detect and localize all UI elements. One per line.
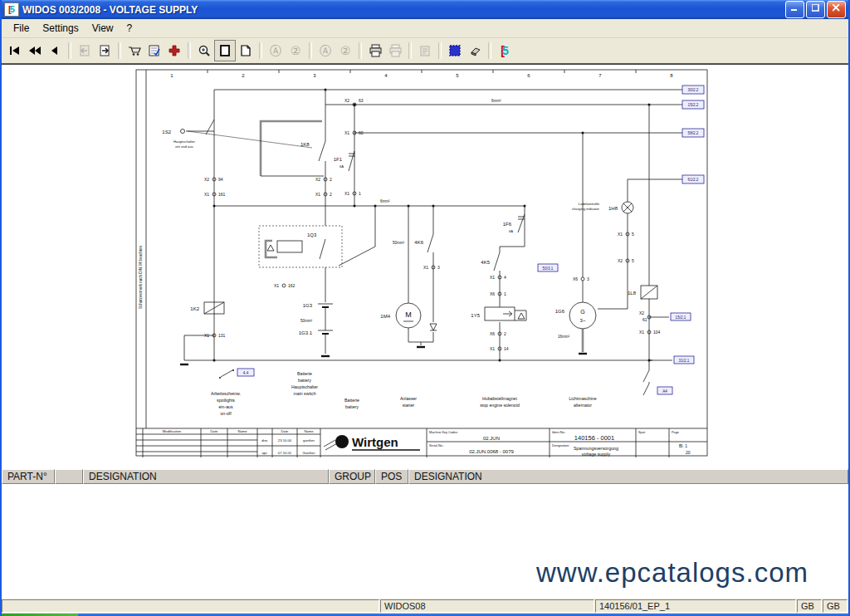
- page-view-icon[interactable]: [236, 41, 256, 61]
- add-icon[interactable]: [164, 41, 184, 61]
- fit-page-icon[interactable]: [214, 40, 236, 61]
- svg-text:15/2.2: 15/2.2: [688, 103, 699, 107]
- schematic-sheet[interactable]: 1 2 3 4 5 6 7 8 Schutzvermerk nach DIN 3…: [134, 68, 709, 457]
- eraser-icon[interactable]: [465, 41, 485, 61]
- svg-text:Hubabstellmagnet: Hubabstellmagnet: [482, 396, 517, 401]
- svg-text:1G3: 1G3: [303, 303, 313, 308]
- status-app: WIDOS08: [380, 599, 594, 613]
- svg-text:Page: Page: [672, 431, 679, 434]
- svg-text:50mm²: 50mm²: [393, 241, 405, 245]
- svg-text:Anlasser: Anlasser: [400, 396, 417, 401]
- app-icon: [5: [4, 2, 19, 17]
- svg-text:02.JUN: 02.JUN: [483, 436, 500, 441]
- zoom-text-a-icon[interactable]: Ⓐ: [266, 41, 286, 61]
- order-form-icon[interactable]: [144, 41, 164, 61]
- svg-text:Date: Date: [211, 429, 219, 433]
- find-2-icon[interactable]: ②: [335, 41, 355, 61]
- selection-icon[interactable]: [445, 41, 465, 61]
- component-1f1: 1F1 6A: [334, 151, 355, 171]
- title-block: Modification Date Name Date Name drw. 23…: [136, 428, 707, 457]
- toolbar-separator: [68, 42, 71, 59]
- svg-text:main switch: main switch: [293, 391, 315, 396]
- previous-icon[interactable]: [45, 41, 65, 61]
- status-message: [2, 599, 379, 613]
- notes-icon[interactable]: [415, 41, 435, 61]
- svg-text:8: 8: [670, 73, 673, 78]
- svg-text:Ladekontrolle: Ladekontrolle: [579, 202, 600, 206]
- find-a-icon[interactable]: Ⓐ: [315, 41, 335, 61]
- maximize-button[interactable]: [806, 1, 825, 18]
- svg-text:61/2.2: 61/2.2: [688, 178, 699, 182]
- svg-text:Designation:: Designation:: [552, 444, 569, 447]
- status-bar: WIDOS08 140156/01_EP_1 GB GB: [2, 599, 848, 614]
- print-icon[interactable]: [365, 41, 385, 61]
- svg-text:charging indicator: charging indicator: [572, 207, 600, 211]
- svg-text:104: 104: [653, 330, 661, 335]
- svg-text:50mm²: 50mm²: [300, 319, 313, 323]
- header-pos: POS: [375, 469, 408, 484]
- cart-icon[interactable]: [125, 41, 144, 61]
- svg-text:X6: X6: [490, 331, 495, 336]
- header-designation: DESIGNATION: [83, 469, 329, 484]
- menu-view[interactable]: View: [85, 21, 120, 36]
- svg-text:Serial-No.:: Serial-No.:: [429, 444, 444, 447]
- component-1y5-solenoid: 1Y5: [471, 307, 526, 320]
- svg-text:4K5: 4K5: [481, 260, 490, 265]
- svg-text:stop engine solenoid: stop engine solenoid: [480, 403, 520, 408]
- svg-text:X2: X2: [315, 177, 320, 182]
- zoom-text-2-icon[interactable]: ②: [286, 41, 305, 61]
- svg-text:2: 2: [330, 177, 332, 182]
- parts-list-area[interactable]: www.epcatalogs.com: [2, 484, 848, 599]
- svg-text:starter: starter: [403, 403, 415, 408]
- widos-logo-icon[interactable]: [5: [495, 41, 515, 61]
- svg-text:6: 6: [527, 73, 530, 78]
- svg-text:Hauptschalter: Hauptschalter: [173, 139, 195, 144]
- svg-text:4K6: 4K6: [414, 240, 423, 245]
- svg-text:16mm²: 16mm²: [558, 335, 570, 339]
- minimize-button[interactable]: [785, 1, 804, 18]
- close-button[interactable]: [827, 1, 846, 18]
- svg-text:Batterie: Batterie: [344, 398, 359, 403]
- svg-text:1F6: 1F6: [503, 222, 512, 227]
- print-list-icon[interactable]: [385, 41, 405, 61]
- parts-table-header: PART-N° DESIGNATION GROUP POS DESIGNATIO…: [2, 469, 848, 484]
- svg-text:1Y5: 1Y5: [471, 313, 480, 318]
- svg-text:2: 2: [504, 331, 506, 336]
- svg-text:X1: X1: [490, 275, 495, 280]
- pages-forward-icon[interactable]: [95, 41, 115, 61]
- menu-settings[interactable]: Settings: [36, 21, 85, 36]
- menu-help[interactable]: ?: [120, 21, 139, 36]
- svg-text:Spannungsversorgung: Spannungsversorgung: [574, 446, 618, 451]
- status-lang-right: GB: [823, 599, 848, 613]
- header-designation-2: DESIGNATION: [408, 469, 848, 484]
- svg-text:Name: Name: [237, 429, 247, 433]
- svg-text:X1: X1: [344, 191, 349, 196]
- svg-text:X1: X1: [344, 130, 349, 135]
- zoom-icon[interactable]: [194, 41, 214, 61]
- svg-text:Spat:: Spat:: [638, 431, 646, 434]
- previous-fast-icon[interactable]: [25, 41, 45, 61]
- app-window: [5 WIDOS 003/2008 - VOLTAGE SUPPLY File …: [0, 0, 850, 616]
- svg-text:6A: 6A: [340, 164, 344, 169]
- svg-text:X6: X6: [573, 276, 578, 281]
- svg-text:1S2: 1S2: [162, 130, 171, 134]
- svg-text:94: 94: [218, 177, 223, 182]
- svg-text:50/3.1: 50/3.1: [543, 266, 554, 271]
- svg-text:31/2.1: 31/2.1: [679, 359, 690, 363]
- toolbar-separator: [359, 42, 362, 59]
- header-group: GROUP: [329, 469, 375, 484]
- toolbar-separator: [488, 42, 491, 59]
- pages-back-icon[interactable]: [75, 41, 95, 61]
- svg-text:20: 20: [686, 450, 691, 455]
- menu-file[interactable]: File: [7, 21, 36, 36]
- svg-text:Date: Date: [281, 429, 290, 433]
- svg-text:Modification: Modification: [163, 429, 182, 433]
- title-bar: [5 WIDOS 003/2008 - VOLTAGE SUPPLY: [2, 0, 848, 19]
- svg-text:drw.: drw.: [261, 438, 268, 442]
- first-record-icon[interactable]: [5, 41, 25, 61]
- svg-text:4: 4: [384, 73, 388, 78]
- svg-text:2: 2: [330, 192, 332, 197]
- svg-text:5: 5: [456, 73, 459, 78]
- wiring-diagram: 1 2 3 4 5 6 7 8 Schutzvermerk nach DIN 3…: [134, 68, 709, 457]
- component-4k5: 4K5: [481, 252, 500, 271]
